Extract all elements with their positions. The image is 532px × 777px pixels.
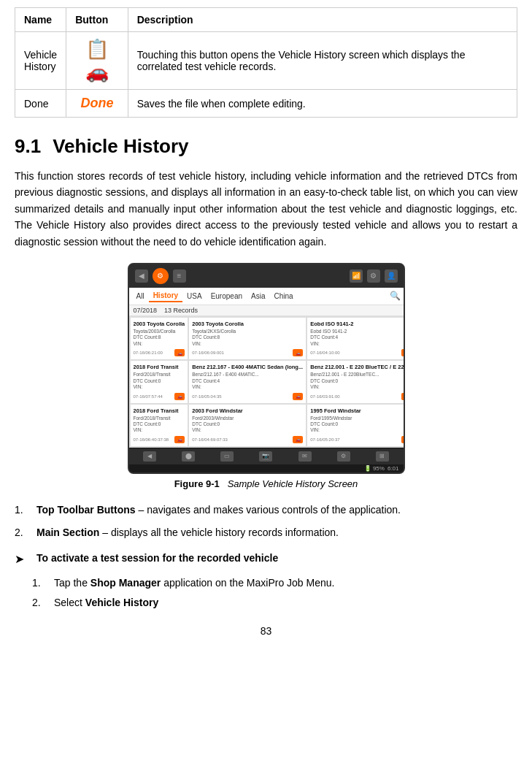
arrow-symbol: ➤ xyxy=(15,551,29,568)
card-footer: 07-16/04:69:07:33 🚗 xyxy=(192,436,303,443)
search-icon[interactable]: 🔍 xyxy=(390,291,401,301)
card-footer: 07-16/05:20:37 🚗 xyxy=(310,436,404,443)
settings-icon[interactable]: ⚙ xyxy=(367,269,380,283)
card-time: 07-16/06:21:00 xyxy=(134,351,163,355)
card-sub: Toyota/2003/CorollaDTC Count:8VIN: xyxy=(134,329,185,347)
nav-camera-icon[interactable]: 📷 xyxy=(259,451,272,462)
figure-container: ◀ ⚙ ≡ 📶 ⚙ 👤 All History USA European Asi… xyxy=(15,263,517,489)
bold-shop-manager: Shop Manager xyxy=(90,577,161,589)
status-bar: 🔋 95% 6:01 xyxy=(129,464,404,472)
list-item[interactable]: Benz 212.167 - E400 4MATIC Sedan (long..… xyxy=(189,361,306,402)
list-item[interactable]: 1995 Ford Windstar Ford/1995/WindstarDTC… xyxy=(307,405,404,446)
row-name-done: Done xyxy=(15,90,66,118)
card-sub: Toyota/2KXS/CorollaDTC Count:8VIN: xyxy=(192,329,303,347)
list-item: 1. Top Toolbar Buttons – navigates and m… xyxy=(15,502,517,518)
menu-icon[interactable]: ≡ xyxy=(173,269,186,283)
card-time: 07-16/05:20:37 xyxy=(310,437,339,442)
arrow-list: ➤ To activate a test session for the rec… xyxy=(15,551,517,568)
tab-bar: All History USA European Asia China 🔍 xyxy=(129,288,404,305)
card-footer: 07-16/07:57:44 🚗 xyxy=(134,393,185,400)
list-item[interactable]: 2003 Toyota Corolla Toyota/2KXS/CorollaD… xyxy=(189,318,306,359)
battery-icon: 🔋 95% xyxy=(364,465,385,472)
list-item[interactable]: 2003 Toyota Corolla Toyota/2003/CorollaD… xyxy=(131,318,188,359)
nav-recent-icon[interactable]: ▭ xyxy=(220,451,234,462)
wifi-icon: 📶 xyxy=(350,269,363,283)
list-item[interactable]: 2018 Ford Transit Ford/2018/TransitDTC C… xyxy=(131,361,188,402)
card-time: 07-16/04:69:07:33 xyxy=(192,437,228,442)
card-sub: Ford/2018/TransitDTC Count:0VIN: xyxy=(134,372,185,390)
col-header-name: Name xyxy=(15,8,66,32)
nav-extra-icon[interactable]: ⊞ xyxy=(376,451,389,462)
nav-settings-icon[interactable]: ⚙ xyxy=(337,451,350,462)
car-icon[interactable]: 🚗 xyxy=(293,393,303,400)
done-button-label: Done xyxy=(80,96,113,110)
col-header-button: Button xyxy=(66,8,128,32)
card-title: 2003 Toyota Corolla xyxy=(192,321,303,327)
back-icon[interactable]: ◀ xyxy=(135,269,148,283)
tab-asia[interactable]: Asia xyxy=(247,291,269,302)
phone-mockup: ◀ ⚙ ≡ 📶 ⚙ 👤 All History USA European Asi… xyxy=(128,263,405,474)
arrow-item-bold: To activate a test session for the recor… xyxy=(36,552,278,564)
card-sub: Eobd ISO 9141-2DTC Count:4VIN: xyxy=(310,329,404,347)
nav-msg-icon[interactable]: ✉ xyxy=(298,451,312,462)
car-icon[interactable]: 🚗 xyxy=(401,436,404,443)
phone-toolbar: ◀ ⚙ ≡ 📶 ⚙ 👤 xyxy=(129,264,404,288)
sub-content-1: Tap the Shop Manager application on the … xyxy=(54,575,334,591)
date-label: 07/2018 xyxy=(134,307,158,314)
card-title: Benz 212.167 - E400 4MATIC Sedan (long..… xyxy=(192,364,303,370)
user-icon[interactable]: 👤 xyxy=(385,269,398,283)
sub-num-1: 1. xyxy=(32,575,47,591)
bottom-nav: ◀ ⬤ ▭ 📷 ✉ ⚙ ⊞ xyxy=(129,448,404,464)
nav-home-icon[interactable]: ⬤ xyxy=(182,451,195,462)
vehicle-history-icon: 📋🚗 xyxy=(85,38,109,83)
logo-icon: ⚙ xyxy=(153,268,169,284)
records-label: 13 Records xyxy=(164,307,198,314)
list-item[interactable]: Eobd ISO 9141-2 Eobd ISO 9141-2DTC Count… xyxy=(307,318,404,359)
card-sub: Benz/212.001 - E 220BlueTEC...DTC Count:… xyxy=(310,372,404,390)
card-title: Benz 212.001 - E 220 BlueTEC / E 220... xyxy=(310,364,404,370)
tab-china[interactable]: China xyxy=(269,291,297,302)
row-button-done: Done xyxy=(66,90,128,118)
list-text-2: – displays all the vehicle history recor… xyxy=(102,527,339,538)
page-number: 83 xyxy=(15,625,517,637)
tab-history[interactable]: History xyxy=(149,290,182,302)
list-num-2: 2. xyxy=(15,525,29,540)
car-icon[interactable]: 🚗 xyxy=(174,436,185,443)
bold-top-toolbar: Top Toolbar Buttons xyxy=(36,504,136,516)
card-footer: 07-16/03:91:00 🚗 xyxy=(310,393,404,400)
car-icon[interactable]: 🚗 xyxy=(401,393,404,400)
sub-num-2: 2. xyxy=(32,595,47,610)
list-text-1: – navigates and makes various controls o… xyxy=(138,504,401,516)
card-footer: 07-16/04:10:00 🚗 xyxy=(310,349,404,356)
card-time: 07-16/06:09:001 xyxy=(192,351,224,355)
list-item[interactable]: 2018 Ford Transit Ford/2018/TransitDTC C… xyxy=(131,405,188,446)
car-icon[interactable]: 🚗 xyxy=(174,349,185,356)
car-icon[interactable]: 🚗 xyxy=(174,393,185,400)
list-item[interactable]: Benz 212.001 - E 220 BlueTEC / E 220... … xyxy=(307,361,404,402)
car-icon[interactable]: 🚗 xyxy=(293,349,303,356)
card-sub: Ford/1995/WindstarDTC Count:0VIN: xyxy=(310,416,404,434)
date-strip: 07/2018 13 Records xyxy=(129,305,404,316)
card-sub: Ford/2003/WindstarDTC Count:0VIN: xyxy=(192,416,303,434)
tab-usa[interactable]: USA xyxy=(182,291,207,302)
toolbar-left-icons: ◀ ⚙ ≡ xyxy=(135,268,186,284)
car-icon[interactable]: 🚗 xyxy=(401,349,404,356)
list-content-2: Main Section – displays all the vehicle … xyxy=(36,525,517,540)
sub-content-2: Select Vehicle History xyxy=(54,595,158,610)
card-title: 2018 Ford Transit xyxy=(134,407,185,414)
list-num-1: 1. xyxy=(15,502,29,518)
row-name-vh: Vehicle History xyxy=(15,32,66,90)
car-icon[interactable]: 🚗 xyxy=(293,436,303,443)
list-content-1: Top Toolbar Buttons – navigates and make… xyxy=(36,502,517,518)
tab-all[interactable]: All xyxy=(132,291,149,302)
tab-european[interactable]: European xyxy=(207,291,247,302)
list-item[interactable]: 2003 Ford Windstar Ford/2003/WindstarDTC… xyxy=(189,405,306,446)
arrow-item-label: To activate a test session for the recor… xyxy=(36,551,278,566)
figure-caption: Figure 9-1 Sample Vehicle History Screen xyxy=(174,478,358,489)
nav-back-icon[interactable]: ◀ xyxy=(143,451,156,462)
card-title: 2018 Ford Transit xyxy=(134,364,185,370)
card-footer: 07-16/06:40:37:38 🚗 xyxy=(134,436,185,443)
sub-list-item-2: 2. Select Vehicle History xyxy=(32,595,517,610)
card-title: 1995 Ford Windstar xyxy=(310,407,404,414)
time-label: 6:01 xyxy=(388,465,399,472)
